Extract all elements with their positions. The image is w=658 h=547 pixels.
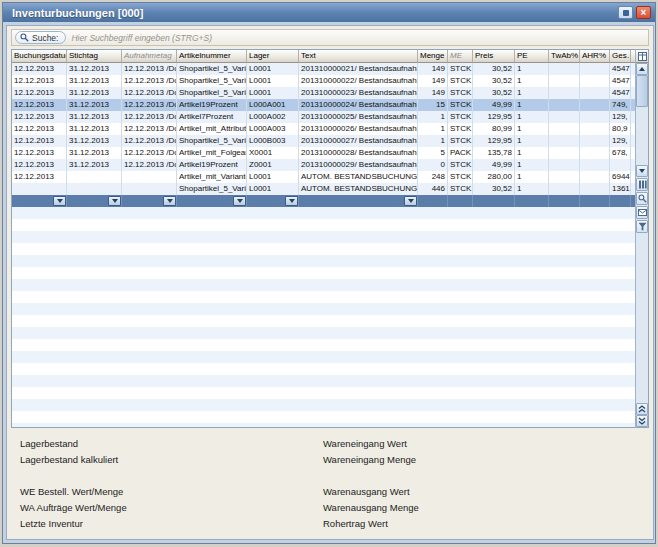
table-row[interactable]: 12.12.201331.12.201312.12.2013 /DoArtike… [12, 111, 635, 123]
titlebar[interactable]: Inventurbuchungen [000] × [3, 3, 655, 22]
table-cell: 4547 [610, 75, 631, 87]
column-header-stichtag[interactable]: Stichtag [67, 50, 122, 63]
summary-row: WA Aufträge Wert/MengeWarenausgang Menge [20, 499, 650, 515]
summary-row: Lagerbestand kalkuliertWareneingang Meng… [20, 451, 650, 467]
table-cell: 0 [418, 159, 448, 171]
summary-label-left: WA Aufträge Wert/Menge [20, 502, 323, 513]
filter-cell [549, 195, 580, 207]
table-row[interactable]: 12.12.201331.12.201312.12.2013 /DoShopar… [12, 87, 635, 99]
grid-search-button[interactable] [636, 192, 648, 205]
table-empty-area [12, 207, 635, 427]
filter-cell [247, 195, 299, 207]
grid-settings-icon [638, 52, 647, 61]
column-header-menge[interactable]: Menge [418, 50, 448, 63]
table-cell: STCK [448, 111, 473, 123]
grid-right-toolbar [635, 49, 649, 428]
close-button[interactable]: × [636, 6, 651, 19]
column-header-text[interactable]: Text [299, 50, 418, 63]
scrollbar-thumb[interactable] [636, 75, 648, 107]
scrollbar-track-lower[interactable] [636, 233, 648, 403]
table-cell: 129,95 [473, 135, 515, 147]
filter-dropdown-button[interactable] [163, 196, 176, 206]
table-cell: 30,52 [473, 75, 515, 87]
last-record-button[interactable] [636, 415, 648, 427]
search-input[interactable] [71, 33, 645, 43]
filter-cell [610, 195, 631, 207]
table-cell: 12.12.2013 [12, 135, 67, 147]
window-frame: Suche: BuchungsdatumStichtagAufnahmetagA… [3, 22, 655, 543]
table-row[interactable]: 12.12.2013Artikel_mit_VarianteL0001AUTOM… [12, 171, 635, 183]
table-row[interactable]: 12.12.201331.12.201312.12.2013 /DoArtike… [12, 147, 635, 159]
table-cell: STCK [448, 135, 473, 147]
table-cell: 12.12.2013 [12, 171, 67, 183]
scroll-down-button[interactable] [636, 165, 648, 177]
table-cell: STCK [448, 99, 473, 111]
first-record-button[interactable] [636, 403, 648, 415]
chevron-down-icon [167, 199, 173, 203]
table-cell: 31.12.2013 [67, 99, 122, 111]
column-header-me[interactable]: ME [448, 50, 473, 63]
column-header-pe[interactable]: PE [515, 50, 549, 63]
scroll-up-button[interactable] [636, 63, 648, 75]
double-chevron-up-icon [638, 405, 646, 413]
summary-label-right: Wareneingang Menge [323, 454, 650, 465]
table-cell: Z0001 [247, 159, 299, 171]
summary-label-right: Wareneingang Wert [323, 438, 650, 449]
table-cell [580, 159, 610, 171]
table-cell: 1 [515, 183, 549, 195]
table-row[interactable]: Shopartikel_5_VariaL0001AUTOM. BESTANDSB… [12, 183, 635, 195]
grid-filter-button[interactable] [636, 220, 648, 233]
table-cell: 4547 [610, 87, 631, 99]
grid-columns-button[interactable] [636, 178, 648, 191]
table-cell: 12.12.2013 /Do [122, 99, 177, 111]
filter-dropdown-button[interactable] [285, 196, 298, 206]
column-header-buchungsdatum[interactable]: Buchungsdatum [12, 50, 67, 63]
table-row[interactable]: 12.12.201331.12.201312.12.2013 /DoShopar… [12, 63, 635, 75]
table-cell: 31.12.2013 [67, 123, 122, 135]
table-row[interactable]: 12.12.201331.12.201312.12.2013 /DoShopar… [12, 75, 635, 87]
column-header-aufnahmetag[interactable]: Aufnahmetag [122, 50, 177, 63]
table-cell: Shopartikel_5_Varia [177, 183, 247, 195]
table-cell: 1 [515, 159, 549, 171]
table-cell: 12.12.2013 [12, 87, 67, 99]
table-cell: 201310000027/ Bestandsaufnahme I [299, 135, 418, 147]
table-cell: 1 [418, 123, 448, 135]
column-chooser-button[interactable] [636, 50, 648, 63]
table-cell: 1 [515, 99, 549, 111]
search-toggle[interactable]: Suche: [15, 31, 66, 44]
table-row[interactable]: 12.12.201331.12.201312.12.2013 /DoArtike… [12, 159, 635, 171]
table-row[interactable]: 12.12.201331.12.201312.12.2013 /DoArtike… [12, 123, 635, 135]
column-header-ahr-[interactable]: AHR% [580, 50, 610, 63]
filter-dropdown-button[interactable] [233, 196, 246, 206]
grid-export-button[interactable] [636, 206, 648, 219]
filter-dropdown-button[interactable] [53, 196, 66, 206]
column-header-lager[interactable]: Lager [247, 50, 299, 63]
filter-dropdown-button[interactable] [404, 196, 417, 206]
magnifier-icon [638, 194, 647, 203]
search-icon [20, 33, 29, 42]
table-row[interactable]: 12.12.201331.12.201312.12.2013 /DoShopar… [12, 135, 635, 147]
table-cell: 30,52 [473, 183, 515, 195]
table-cell: L0001 [247, 183, 299, 195]
filter-dropdown-button[interactable] [108, 196, 121, 206]
table-cell [12, 183, 67, 195]
column-header-twab-[interactable]: TwAb% [549, 50, 580, 63]
column-header-preis[interactable]: Preis [473, 50, 515, 63]
table-cell: 31.12.2013 [67, 111, 122, 123]
table-row[interactable]: 12.12.201331.12.201312.12.2013 /DoArtike… [12, 99, 635, 111]
summary-label-right: Rohertrag Wert [323, 518, 650, 529]
table-cell: 12.12.2013 /Do [122, 147, 177, 159]
table-cell: 15 [418, 99, 448, 111]
table-body: 12.12.201331.12.201312.12.2013 /DoShopar… [12, 63, 635, 195]
dock-button[interactable] [618, 6, 633, 19]
table-cell: L000A002 [247, 111, 299, 123]
column-header-artikelnummer[interactable]: Artikelnummer [177, 50, 247, 63]
envelope-icon [638, 208, 647, 217]
table-cell: 30,52 [473, 63, 515, 75]
filter-cell [12, 195, 67, 207]
table-cell: 4547 [610, 63, 631, 75]
table-cell: 1 [515, 87, 549, 99]
column-header-ges-[interactable]: Ges… [610, 50, 631, 63]
table-cell: 749, [610, 99, 631, 111]
scrollbar-track[interactable] [636, 107, 648, 165]
